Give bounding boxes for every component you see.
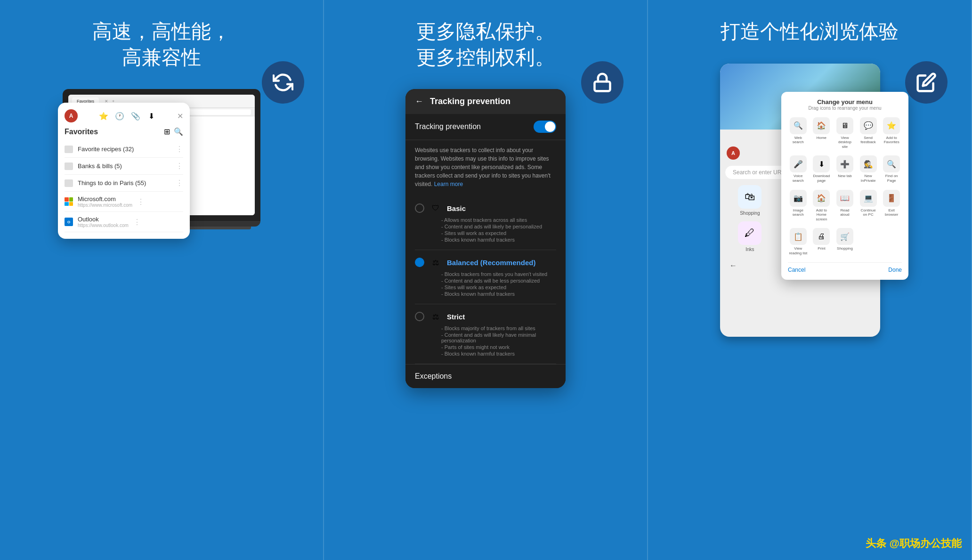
more-icon[interactable]: ⋮ [176, 162, 183, 170]
find-icon: 🔍 [883, 155, 900, 172]
watermark-suffix: 职场办公技能 [899, 537, 962, 549]
read-aloud-icon: 📖 [836, 190, 853, 207]
star-icon[interactable]: ⭐ [98, 111, 109, 121]
panel-1-title: 高速，高性能， 高兼容性 [92, 19, 231, 70]
tp-option-strict-title: Strict [447, 313, 465, 321]
cym-item-find[interactable]: 🔍 Find on Page [881, 154, 902, 185]
feedback-icon: 💬 [860, 117, 877, 134]
cym-item-label: Image search [789, 208, 808, 217]
avatar: A [727, 146, 740, 160]
tp-bullet: - Content and ads will be less personali… [441, 277, 556, 284]
tp-option-balanced: ⚖ Balanced (Recommended) - Blocks tracke… [415, 250, 556, 304]
close-icon[interactable]: ✕ [177, 112, 183, 121]
fav-item-name: Favorite recipes (32) [78, 146, 171, 153]
cym-grid: 🔍 Web search 🏠 Home 🖥 View desktop site … [788, 115, 902, 258]
cym-item-voice[interactable]: 🎤 Voice search [788, 154, 809, 185]
dial-item-inks[interactable]: 🖊 Inks [728, 221, 772, 252]
tp-bullet: - Parts of sites might not work [441, 344, 556, 350]
basic-shield-icon: 🛡 [430, 203, 441, 214]
cym-item-exit[interactable]: 🚪 Exit browser [881, 188, 902, 224]
tracking-prevention-phone: ← Tracking prevention Tracking preventio… [405, 89, 566, 388]
more-icon[interactable]: ⋮ [133, 218, 141, 227]
more-icon[interactable]: ⋮ [176, 145, 183, 154]
cym-item-shopping[interactable]: 🛒 Shopping [834, 226, 855, 257]
tp-bullet: - Blocks known harmful trackers [441, 236, 556, 243]
back-icon[interactable]: ← [415, 97, 423, 106]
done-button[interactable]: Done [888, 267, 902, 273]
cym-item-continue-pc[interactable]: 💻 Continue on PC [858, 188, 879, 224]
tp-bullet: - Content and ads will likely be persona… [441, 223, 556, 230]
download-icon[interactable]: ⬇ [146, 111, 157, 121]
fav-list-item-4: Microsoft.com https://www.microsoft.com … [65, 192, 183, 212]
cym-item-reading-list[interactable]: 📋 View reading list [788, 226, 809, 257]
collections-icon[interactable]: 📎 [130, 111, 141, 121]
inprivate-icon: 🕵 [860, 155, 877, 172]
fav-item-name: Banks & bills (5) [78, 162, 171, 170]
cym-item-read-aloud[interactable]: 📖 Read aloud [834, 188, 855, 224]
cym-item-label: New tab [838, 174, 851, 179]
learn-more-link[interactable]: Learn more [434, 181, 463, 187]
history-icon[interactable]: 🕐 [114, 111, 125, 121]
mobile-fav-header: A ⭐ 🕐 📎 ⬇ ✕ [65, 109, 183, 122]
fav-list-item-3: Things to do in Paris (55) ⋮ [65, 175, 183, 192]
cym-footer: Cancel Done [788, 262, 902, 273]
home-icon: 🏠 [813, 117, 830, 134]
back-nav-button[interactable]: ← [729, 261, 737, 270]
cym-item-image-search[interactable]: 📷 Image search [788, 188, 809, 224]
tracking-prevention-toggle[interactable] [534, 121, 556, 133]
user-avatar: A [65, 109, 78, 122]
tp-option-basic-title: Basic [447, 204, 466, 212]
more-icon[interactable]: ⋮ [137, 197, 145, 206]
fav-item-url: https://www.outlook.com [78, 223, 129, 228]
tp-header-title: Tracking prevention [430, 97, 510, 106]
tp-radio-strict[interactable] [415, 312, 424, 321]
cym-item-print[interactable]: 🖨 Print [811, 226, 832, 257]
tp-options: 🛡 Basic - Allows most trackers across al… [405, 196, 566, 364]
fav-list-item-2: Banks & bills (5) ⋮ [65, 158, 183, 175]
tp-exceptions[interactable]: Exceptions [405, 364, 566, 388]
cym-item-download[interactable]: ⬇ Download page [811, 154, 832, 185]
fav-nav-icons: ⭐ 🕐 📎 ⬇ [98, 111, 157, 121]
search-icon[interactable]: 🔍 [174, 127, 183, 136]
cym-item-desktop[interactable]: 🖥 View desktop site [834, 115, 855, 151]
inks-icon: 🖊 [738, 221, 761, 245]
tp-option-basic-header: 🛡 Basic [415, 203, 556, 214]
cym-item-label: Home [817, 136, 826, 140]
shopping-icon: 🛒 [836, 228, 853, 245]
add-home-icon: 🏠 [813, 190, 830, 207]
watermark: 头条 @职场办公技能 [866, 536, 962, 551]
tp-header: ← Tracking prevention [405, 89, 566, 114]
tp-option-balanced-title: Balanced (Recommended) [447, 259, 535, 267]
tp-strict-bullets: - Blocks majority of trackers from all s… [415, 325, 556, 357]
cym-item-feedback[interactable]: 💬 Send feedback [858, 115, 879, 151]
cym-item-new-tab[interactable]: ➕ New tab [834, 154, 855, 185]
mobile-fav-actions: ⊞ 🔍 [164, 127, 183, 136]
cym-item-label: Read aloud [835, 208, 854, 217]
print-icon: 🖨 [813, 228, 830, 245]
tp-radio-basic[interactable] [415, 203, 424, 213]
cancel-button[interactable]: Cancel [788, 267, 805, 273]
image-search-icon: 📷 [790, 190, 807, 207]
grid-icon[interactable]: ⊞ [164, 127, 170, 136]
cym-item-home-screen[interactable]: 🏠 Add to Home screen [811, 188, 832, 224]
strict-shield-icon: ⚖ [430, 311, 441, 322]
tp-balanced-bullets: - Blocks trackers from sites you haven't… [415, 271, 556, 297]
cym-item-label: Continue on PC [859, 208, 878, 217]
balanced-shield-icon: ⚖ [430, 257, 441, 268]
cym-item-favorites[interactable]: ⭐ Add to Favorites [881, 115, 902, 151]
cym-item-label: Print [818, 246, 825, 251]
tp-option-strict-header: ⚖ Strict [415, 311, 556, 322]
cym-item-label: Add to Home screen [812, 208, 831, 222]
lock-icon-circle [581, 61, 624, 104]
cym-item-inprivate[interactable]: 🕵 New InPrivate [858, 154, 879, 185]
folder-icon [65, 179, 73, 187]
more-icon[interactable]: ⋮ [176, 179, 183, 187]
dial-item-shopping[interactable]: 🛍 Shopping [728, 185, 772, 216]
cym-item-label: Download page [812, 174, 831, 183]
tp-radio-balanced[interactable] [415, 258, 424, 267]
cym-item-home[interactable]: 🏠 Home [811, 115, 832, 151]
cym-item-label: Exit browser [882, 208, 901, 217]
cym-item-web-search[interactable]: 🔍 Web search [788, 115, 809, 151]
cym-item-label: New InPrivate [859, 174, 878, 183]
cym-title: Change your menu [788, 98, 902, 106]
